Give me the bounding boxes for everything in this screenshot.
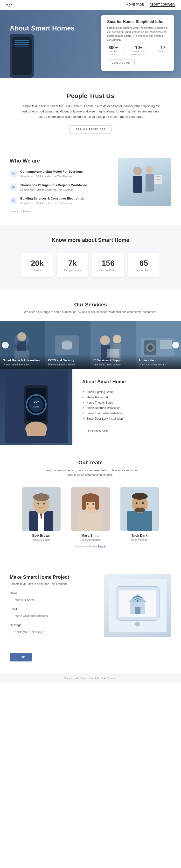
who-people-illustration: [123, 162, 167, 201]
stat-card-clients: 7k Happy Clients: [57, 253, 88, 277]
trust-body: Sample text. Click to select the Text El…: [18, 103, 163, 120]
who-left: Who We are ① Contemporary Living Model F…: [10, 158, 109, 213]
svg-rect-16: [62, 341, 72, 349]
navbar: logo HOME PAGE ABOUT COMPANY: [0, 0, 181, 10]
team-member-mary: Mary Smith Chief Accountant: [69, 487, 112, 541]
send-button[interactable]: SEND: [10, 653, 32, 661]
stat-card-tasks: 20k Tasks: [22, 253, 53, 277]
nav-home[interactable]: HOME PAGE: [126, 3, 144, 7]
stat-hclients-label: Happy Clients: [64, 269, 81, 272]
mary-portrait: [71, 487, 110, 531]
hero-phone-mockup: [10, 34, 34, 78]
stats-title: Know more about Smart Home: [10, 237, 171, 243]
svg-rect-38: [27, 426, 46, 436]
stat-ideas-label: Unique Ideas: [135, 269, 152, 272]
stat-coffee-num: 156: [99, 259, 117, 268]
phone-line-4: [14, 46, 29, 47]
svg-rect-12: [17, 341, 26, 351]
services-title: Our Services: [10, 302, 171, 308]
svg-point-28: [148, 345, 153, 350]
avatar-mary: [71, 487, 110, 531]
svg-point-53: [87, 503, 88, 505]
stat-ideas-num: 65: [135, 259, 152, 268]
who-icon-3: ③: [10, 197, 17, 204]
service-card-2: CCTV and Security Ut enim ad minim venia…: [45, 321, 91, 369]
project-subtitle: Sample text. Click to select the Text El…: [10, 582, 94, 586]
who-item-2: ② Thousands Of Ingenious Projects Worldw…: [10, 183, 109, 192]
stats-section: Know more about Smart Home 20k Tasks 7k …: [0, 225, 181, 289]
service-body-4: Ut enim ad minim veniam.: [139, 363, 178, 366]
learn-more-button[interactable]: LEARN MORE: [82, 427, 114, 435]
svg-rect-3: [146, 174, 154, 191]
phone-line-3: [14, 44, 29, 45]
hero-stat-clients: 300+ HAPPY CLIENTS: [107, 45, 120, 56]
footer: Sample text. Click to select the Text El…: [0, 674, 181, 682]
stat-hclients-num: 7k: [64, 259, 81, 268]
hero-stat-awards: 17 AWARDS: [158, 45, 168, 56]
svg-point-0: [133, 167, 142, 175]
svg-rect-48: [78, 513, 103, 531]
who-section: Who We are ① Contemporary Living Model F…: [0, 148, 181, 225]
hero-card-body: Lorem ipsum dolor sit amet, consectetur …: [107, 26, 168, 42]
avatar-bob: [22, 487, 61, 531]
who-icon-1: ①: [10, 170, 17, 178]
carousel-next-button[interactable]: ›: [172, 342, 179, 348]
stat-tasks-label: Tasks: [29, 269, 46, 272]
stat-divider-2: [153, 45, 153, 56]
service-title-4: Audio Video: [139, 359, 178, 362]
stat-coffee-label: Cups of Coffee: [99, 269, 117, 272]
about-image: 72° HOME: [0, 369, 72, 445]
nav-about[interactable]: ABOUT COMPANY: [150, 3, 175, 7]
service-title-1: Smart Home & Automation: [3, 359, 42, 362]
stat-divider-1: [124, 45, 125, 56]
team-member-bob: Bob Brown creative leader: [20, 487, 63, 541]
team-member-bob-name: Bob Brown: [20, 533, 63, 537]
see-all-products-button[interactable]: SEE ALL PRODUCTS: [70, 125, 111, 133]
services-section: Our Services We offer a full range of ho…: [0, 289, 181, 369]
who-item-2-text: Thousands Of Ingenious Projects Worldwid…: [20, 183, 87, 192]
hero-stats: 300+ HAPPY CLIENTS 10+ YEARS OF EXPERIEN…: [107, 45, 168, 56]
who-right: [118, 158, 171, 206]
team-member-nick-role: sales manager: [118, 538, 161, 541]
svg-point-2: [146, 166, 153, 174]
who-item-3: ③ Building Services & Consumer Electroni…: [10, 197, 109, 205]
contact-us-button[interactable]: CONTACT US: [107, 59, 135, 66]
project-image: [104, 575, 171, 637]
nick-portrait: [120, 487, 159, 531]
form-group-name: Name: [10, 592, 94, 604]
message-textarea[interactable]: [10, 628, 94, 647]
name-input[interactable]: [10, 596, 94, 604]
form-group-message: Message: [10, 623, 94, 648]
team-member-mary-name: Mary Smith: [69, 533, 112, 537]
svg-rect-67: [135, 607, 140, 614]
trust-title: People Trust Us: [10, 92, 171, 100]
services-carousel: ‹ Smart Home & Automation Ut enim ad min…: [0, 321, 181, 369]
svg-rect-56: [127, 511, 152, 531]
svg-point-61: [142, 502, 144, 504]
svg-point-44: [33, 493, 49, 501]
about-list-item-2: Media Room Setup: [82, 395, 171, 400]
stat-awards-label: AWARDS: [158, 50, 168, 53]
svg-rect-29: [160, 340, 172, 349]
who-item-3-text: Building Services & Consumer Electronics…: [20, 197, 84, 205]
project-image-area: [104, 575, 171, 637]
trust-section: People Trust Us Sample text. Click to se…: [0, 78, 181, 148]
name-label: Name: [10, 592, 94, 595]
service-overlay-4: Audio Video Ut enim ad minim veniam.: [136, 355, 181, 369]
carousel-prev-button[interactable]: ‹: [2, 342, 9, 348]
who-icon-2: ②: [10, 183, 17, 191]
svg-point-69: [135, 622, 140, 626]
hero-card: Smarter Home. Simplified Life. Lorem ips…: [101, 15, 174, 71]
team-section: Our Team Ut enim ad minim veniam, quis n…: [0, 445, 181, 562]
team-title: Our Team: [10, 460, 171, 466]
freepik-link[interactable]: Freepik: [98, 545, 106, 548]
email-input[interactable]: [10, 612, 94, 620]
team-image-credit: Images from Freepik Freepik: [10, 545, 171, 548]
avatar-bob-inner: [22, 487, 61, 531]
about-thermostat-illustration: 72° HOME: [5, 371, 68, 443]
who-item-1-body: Sample text. Click to select the Text El…: [20, 174, 83, 179]
who-item-3-body: Sample text. Click to select the Text El…: [20, 201, 84, 205]
hero-stat-experience: 10+ YEARS OF EXPERIENCE: [129, 45, 148, 56]
project-title: Make Smart Home Project: [10, 575, 94, 580]
service-body-1: Ut enim ad minim veniam.: [3, 363, 42, 366]
